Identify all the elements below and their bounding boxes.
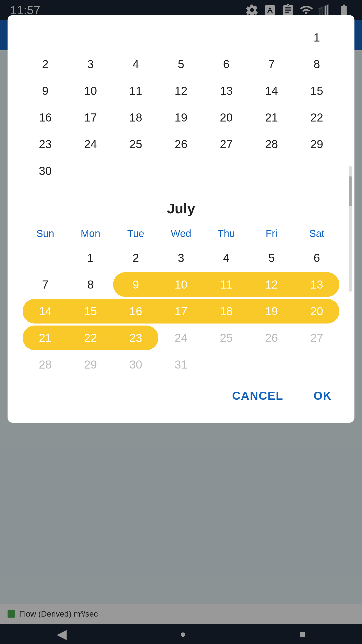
june-day-empty-5 xyxy=(204,25,249,50)
july-day-2[interactable]: 2 xyxy=(113,246,158,270)
july-day-29: 29 xyxy=(68,352,113,377)
june-day-29[interactable]: 29 xyxy=(294,132,339,156)
july-day-15[interactable]: 15 xyxy=(68,299,113,324)
june-day-4[interactable]: 4 xyxy=(113,52,158,76)
july-day-22[interactable]: 22 xyxy=(68,326,113,350)
june-day-18[interactable]: 18 xyxy=(113,105,158,130)
july-day-19[interactable]: 19 xyxy=(249,299,294,324)
july-week-3: 14 15 16 17 18 19 20 xyxy=(23,299,339,324)
july-day-5[interactable]: 5 xyxy=(249,246,294,270)
july-day-8[interactable]: 8 xyxy=(68,272,113,297)
july-day-17[interactable]: 17 xyxy=(158,299,204,324)
june-day-13[interactable]: 13 xyxy=(204,78,249,103)
june-week-6: 30 xyxy=(23,158,339,183)
scrollbar[interactable] xyxy=(349,166,352,292)
date-picker-dialog: 1 2 3 4 5 6 7 8 9 10 11 12 13 14 15 16 1… xyxy=(8,15,354,423)
weekday-tue: Tue xyxy=(113,224,158,243)
june-day-24[interactable]: 24 xyxy=(68,132,113,156)
dialog-buttons: CANCEL OK xyxy=(8,384,354,408)
june-day-17[interactable]: 17 xyxy=(68,105,113,130)
june-day-10[interactable]: 10 xyxy=(68,78,113,103)
june-day-2[interactable]: 2 xyxy=(23,52,68,76)
june-week-4: 16 17 18 19 20 21 22 xyxy=(23,105,339,130)
weekday-header: Sun Mon Tue Wed Thu Fri Sat xyxy=(23,224,339,243)
june-day-1[interactable]: 1 xyxy=(294,25,339,50)
july-day-7[interactable]: 7 xyxy=(23,272,68,297)
july-day-23[interactable]: 23 xyxy=(113,326,158,350)
june-day-15[interactable]: 15 xyxy=(294,78,339,103)
july-day-1[interactable]: 1 xyxy=(68,246,113,270)
july-calendar-section: July Sun Mon Tue Wed Thu Fri Sat 1 2 3 4… xyxy=(8,190,354,384)
june-day-7[interactable]: 7 xyxy=(249,52,294,76)
june-day-empty-2 xyxy=(68,25,113,50)
weekday-thu: Thu xyxy=(204,224,249,243)
june-week-3: 9 10 11 12 13 14 15 xyxy=(23,78,339,103)
june-day-19[interactable]: 19 xyxy=(158,105,204,130)
july-day-26: 26 xyxy=(249,326,294,350)
weekday-mon: Mon xyxy=(68,224,113,243)
july-day-9[interactable]: 9 xyxy=(113,272,158,297)
weekday-fri: Fri xyxy=(249,224,294,243)
july-week-5: 28 29 30 31 xyxy=(23,352,339,377)
july-day-20[interactable]: 20 xyxy=(294,299,339,324)
june-day-6[interactable]: 6 xyxy=(204,52,249,76)
june-day-21[interactable]: 21 xyxy=(249,105,294,130)
july-day-18[interactable]: 18 xyxy=(204,299,249,324)
july-day-28: 28 xyxy=(23,352,68,377)
cancel-button[interactable]: CANCEL xyxy=(224,384,291,408)
july-day-27: 27 xyxy=(294,326,339,350)
july-month-title: July xyxy=(23,200,339,217)
july-day-25: 25 xyxy=(204,326,249,350)
scroll-thumb xyxy=(349,176,352,206)
july-day-13[interactable]: 13 xyxy=(294,272,339,297)
weekday-wed: Wed xyxy=(158,224,204,243)
june-day-30[interactable]: 30 xyxy=(23,158,68,183)
june-day-16[interactable]: 16 xyxy=(23,105,68,130)
june-day-empty-4 xyxy=(158,25,204,50)
july-day-10[interactable]: 10 xyxy=(158,272,204,297)
june-day-empty-1 xyxy=(23,25,68,50)
july-day-6[interactable]: 6 xyxy=(294,246,339,270)
june-day-23[interactable]: 23 xyxy=(23,132,68,156)
june-day-28[interactable]: 28 xyxy=(249,132,294,156)
june-week-2: 2 3 4 5 6 7 8 xyxy=(23,52,339,76)
july-day-3[interactable]: 3 xyxy=(158,246,204,270)
july-day-16[interactable]: 16 xyxy=(113,299,158,324)
july-day-12[interactable]: 12 xyxy=(249,272,294,297)
july-day-31: 31 xyxy=(158,352,204,377)
june-day-20[interactable]: 20 xyxy=(204,105,249,130)
june-day-9[interactable]: 9 xyxy=(23,78,68,103)
june-day-22[interactable]: 22 xyxy=(294,105,339,130)
july-week-2: 7 8 9 10 11 12 13 xyxy=(23,272,339,297)
june-day-11[interactable]: 11 xyxy=(113,78,158,103)
july-week-1: 1 2 3 4 5 6 xyxy=(23,246,339,270)
july-day-4[interactable]: 4 xyxy=(204,246,249,270)
june-day-25[interactable]: 25 xyxy=(113,132,158,156)
ok-button[interactable]: OK xyxy=(306,384,339,408)
june-day-8[interactable]: 8 xyxy=(294,52,339,76)
june-day-3[interactable]: 3 xyxy=(68,52,113,76)
july-day-14[interactable]: 14 xyxy=(23,299,68,324)
june-calendar-section: 1 2 3 4 5 6 7 8 9 10 11 12 13 14 15 16 1… xyxy=(8,15,354,190)
july-day-21[interactable]: 21 xyxy=(23,326,68,350)
june-week-1: 1 xyxy=(23,25,339,50)
june-day-27[interactable]: 27 xyxy=(204,132,249,156)
weekday-sun: Sun xyxy=(23,224,68,243)
july-day-24: 24 xyxy=(158,326,204,350)
july-day-30: 30 xyxy=(113,352,158,377)
june-week-5: 23 24 25 26 27 28 29 xyxy=(23,132,339,156)
june-day-14[interactable]: 14 xyxy=(249,78,294,103)
june-day-26[interactable]: 26 xyxy=(158,132,204,156)
june-day-empty-6 xyxy=(249,25,294,50)
june-day-12[interactable]: 12 xyxy=(158,78,204,103)
june-day-5[interactable]: 5 xyxy=(158,52,204,76)
july-empty-1 xyxy=(23,246,68,270)
june-day-empty-3 xyxy=(113,25,158,50)
july-day-11[interactable]: 11 xyxy=(204,272,249,297)
july-week-4: 21 22 23 24 25 26 27 xyxy=(23,326,339,350)
weekday-sat: Sat xyxy=(294,224,339,243)
